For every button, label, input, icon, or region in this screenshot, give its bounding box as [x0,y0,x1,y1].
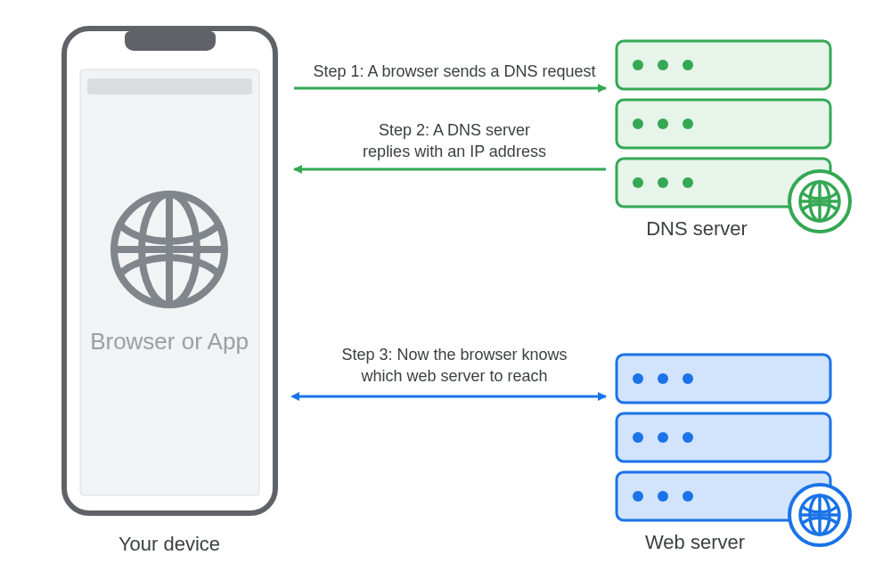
step-2-text: Step 2: A DNS server replies with an IP … [321,119,588,163]
step-3-line2: which web server to reach [361,367,547,385]
svg-point-10 [683,60,693,70]
step-3-line1: Step 3: Now the browser knows [341,346,567,363]
step-3-text: Step 3: Now the browser knows which web … [321,344,588,388]
dns-server-label: DNS server [617,217,777,241]
svg-point-9 [658,60,668,70]
svg-rect-7 [617,41,830,89]
device-label: Your device [98,533,241,556]
svg-rect-28 [617,413,830,461]
svg-point-13 [658,118,668,129]
svg-point-35 [683,491,693,502]
svg-point-12 [633,118,643,129]
svg-point-30 [658,432,668,443]
svg-point-26 [658,373,668,384]
svg-point-31 [683,432,693,443]
svg-point-29 [633,432,643,443]
svg-rect-2 [87,78,252,94]
step-1-text: Step 1: A browser sends a DNS request [303,61,606,82]
web-server-label: Web server [624,531,766,554]
svg-rect-11 [617,100,830,148]
svg-point-34 [658,491,668,502]
step-2-line2: replies with an IP address [363,143,546,160]
svg-point-18 [683,177,693,188]
globe-icon [114,194,225,305]
svg-rect-24 [617,355,830,403]
diagram-canvas [0,0,891,588]
svg-point-17 [658,177,668,188]
step-2-line1: Step 2: A DNS server [379,121,530,139]
svg-point-25 [633,373,643,384]
svg-point-8 [633,60,643,70]
browser-app-text: Browser or App [62,328,276,355]
svg-point-27 [683,373,693,384]
svg-point-33 [633,491,643,502]
globe-icon [800,495,839,535]
globe-icon [800,182,839,221]
svg-point-16 [633,177,643,188]
svg-point-14 [683,118,693,129]
